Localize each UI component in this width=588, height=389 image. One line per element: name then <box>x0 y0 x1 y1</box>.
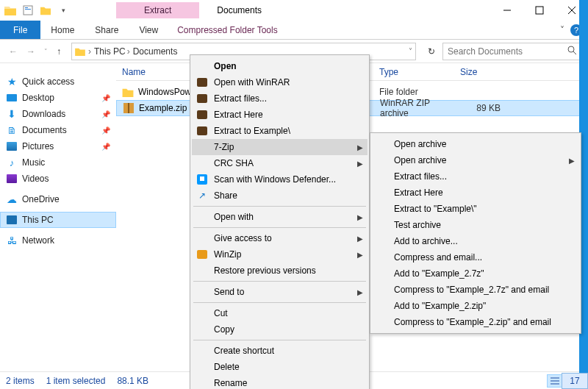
context-menu-item[interactable]: Rename <box>192 375 368 389</box>
refresh-icon[interactable]: ↻ <box>423 46 440 57</box>
search-icon[interactable] <box>567 46 577 57</box>
submenu-7zip-item[interactable]: Add to "Example_2.7z" <box>372 265 579 282</box>
sidebar-item-documents[interactable]: 🗎Documents📌 <box>0 122 116 138</box>
tab-view[interactable]: View <box>129 21 168 39</box>
tab-share[interactable]: Share <box>85 21 129 39</box>
sidebar-item-music[interactable]: ♪Music <box>0 154 116 171</box>
column-header-type[interactable]: Type <box>373 67 454 77</box>
menu-item-label: Extract files... <box>394 171 447 182</box>
file-tab[interactable]: File <box>0 21 40 39</box>
context-menu-item[interactable]: Extract files... <box>192 90 368 107</box>
sidebar-network[interactable]: 🖧Network <box>0 232 116 249</box>
search-input[interactable] <box>448 46 563 57</box>
sidebar-quick-access[interactable]: ★ Quick access <box>0 74 116 90</box>
breadcrumb-this-pc[interactable]: This PC› <box>94 46 130 57</box>
menu-item-label: Open with WinRAR <box>214 77 290 88</box>
maximize-button[interactable] <box>523 0 556 21</box>
chevron-right-icon: ▶ <box>357 288 363 296</box>
tab-compressed-folder-tools[interactable]: Compressed Folder Tools <box>168 21 287 39</box>
context-menu-item[interactable]: WinZip▶ <box>192 246 368 263</box>
sidebar-onedrive[interactable]: ☁OneDrive <box>0 191 116 207</box>
menu-item-label: Open with <box>214 212 254 222</box>
submenu-7zip-item[interactable]: Extract Here <box>372 185 579 201</box>
submenu-7zip-item[interactable]: Compress to "Example_2.zip" and email <box>372 314 579 330</box>
sidebar-item-label: Desktop <box>22 93 54 103</box>
sidebar-item-label: Documents <box>22 125 67 135</box>
sidebar-this-pc[interactable]: This PC <box>0 212 116 228</box>
ribbon-expand-icon[interactable]: ˅ <box>560 25 564 35</box>
context-menu-item[interactable]: Restore previous versions <box>192 263 368 279</box>
qat-dropdown-icon[interactable]: ▾ <box>56 3 71 18</box>
menu-item-label: Extract Here <box>394 188 443 198</box>
context-menu-item[interactable]: Extract Here <box>192 107 368 123</box>
submenu-7zip-item[interactable]: Extract files... <box>372 168 579 185</box>
sidebar-item-label: Downloads <box>22 109 65 119</box>
context-menu-item[interactable]: Delete <box>192 359 368 375</box>
sidebar-item-desktop[interactable]: Desktop📌 <box>0 90 116 106</box>
nav-back-icon[interactable]: ← <box>6 46 21 57</box>
menu-item-label: Cut <box>214 308 228 318</box>
submenu-7zip-item[interactable]: Open archive▶ <box>372 152 579 168</box>
navigation-pane: ★ Quick access Desktop📌 ⬇Downloads📌 🗎Doc… <box>0 63 116 371</box>
file-type: WinRAR ZIP archive <box>374 98 455 118</box>
context-menu-item[interactable]: ↗Share <box>192 188 368 204</box>
breadcrumb-documents[interactable]: Documents <box>133 46 178 57</box>
onedrive-icon: ☁ <box>6 193 18 205</box>
videos-icon <box>7 174 17 183</box>
menu-item-label: Rename <box>214 378 247 388</box>
qat-newfolder-icon[interactable] <box>38 3 53 18</box>
pictures-icon <box>7 142 17 151</box>
context-menu-item[interactable]: 7-Zip▶ <box>192 139 368 155</box>
contextual-tab-extract[interactable]: Extract <box>116 2 199 18</box>
submenu-7zip-item[interactable]: Compress and email... <box>372 249 579 265</box>
menu-item-label: Compress to "Example_2.zip" and email <box>394 317 551 327</box>
pin-icon: 📌 <box>101 110 110 118</box>
pin-icon: 📌 <box>101 126 110 135</box>
context-menu-item[interactable]: Cut <box>192 305 368 321</box>
menu-item-label: Open <box>214 61 237 71</box>
menu-item-label: Add to "Example_2.zip" <box>394 301 486 311</box>
context-menu-item[interactable]: CRC SHA▶ <box>192 155 368 171</box>
context-menu-item[interactable]: Extract to Example\ <box>192 123 368 139</box>
context-menu-item[interactable]: Send to▶ <box>192 284 368 300</box>
chevron-right-icon: ▶ <box>357 235 363 243</box>
submenu-7zip-item[interactable]: Test archive <box>372 217 579 233</box>
nav-up-icon[interactable]: ↑ <box>54 46 64 57</box>
status-selected-count: 1 item selected <box>46 376 106 386</box>
sidebar-item-downloads[interactable]: ⬇Downloads📌 <box>0 106 116 122</box>
network-icon: 🖧 <box>6 235 18 246</box>
sidebar-item-videos[interactable]: Videos <box>0 171 116 187</box>
context-menu-item[interactable]: Create shortcut <box>192 343 368 359</box>
context-menu-item[interactable]: Open with▶ <box>192 209 368 225</box>
search-box[interactable] <box>442 43 582 60</box>
tab-home[interactable]: Home <box>40 21 85 39</box>
qat-properties-icon[interactable] <box>21 3 35 18</box>
title-bar: ▾ Extract Documents <box>0 0 588 21</box>
submenu-7zip-item[interactable]: Extract to "Example\" <box>372 201 579 217</box>
address-dropdown-icon[interactable]: ˅ <box>409 47 412 55</box>
menu-separator <box>193 206 366 207</box>
submenu-7zip-item[interactable]: Open archive <box>372 136 579 152</box>
submenu-7zip-item[interactable]: Add to archive... <box>372 233 579 249</box>
menu-item-label: Share <box>214 190 237 201</box>
minimize-button[interactable] <box>491 0 523 21</box>
nav-recent-dropdown-icon[interactable]: ˅ <box>41 48 51 55</box>
documents-icon: 🗎 <box>6 124 18 136</box>
context-menu-item[interactable]: Copy <box>192 321 368 338</box>
winzip-icon <box>196 249 208 260</box>
column-header-size[interactable]: Size <box>454 67 506 77</box>
context-menu-item[interactable]: Give access to▶ <box>192 230 368 246</box>
context-menu-item[interactable]: Scan with Windows Defender... <box>192 171 368 188</box>
menu-separator <box>193 281 366 282</box>
context-menu-item[interactable]: Open <box>192 58 368 74</box>
file-size: 89 KB <box>455 103 506 113</box>
sidebar-item-label: This PC <box>22 215 54 225</box>
taskbar-tray-tile[interactable]: 17 <box>562 373 588 389</box>
sidebar-item-pictures[interactable]: Pictures📌 <box>0 138 116 154</box>
submenu-7zip-item[interactable]: Add to "Example_2.zip" <box>372 298 579 314</box>
file-name: Example.zip <box>139 103 187 113</box>
submenu-7zip-item[interactable]: Compress to "Example_2.7z" and email <box>372 282 579 298</box>
menu-item-label: Send to <box>214 287 244 297</box>
context-menu-item[interactable]: Open with WinRAR <box>192 74 368 90</box>
view-details-button[interactable] <box>547 374 563 388</box>
